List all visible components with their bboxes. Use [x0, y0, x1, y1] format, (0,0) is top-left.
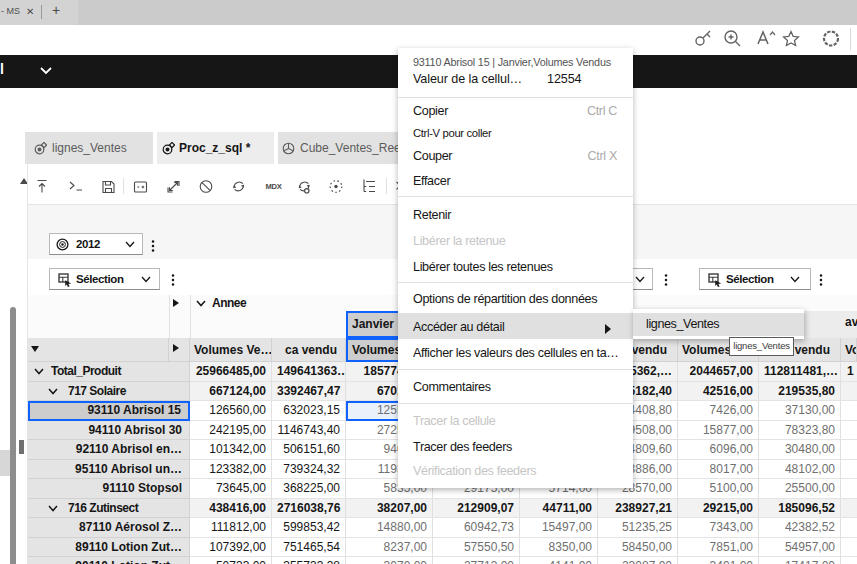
svg-text:MDX: MDX — [266, 182, 282, 191]
